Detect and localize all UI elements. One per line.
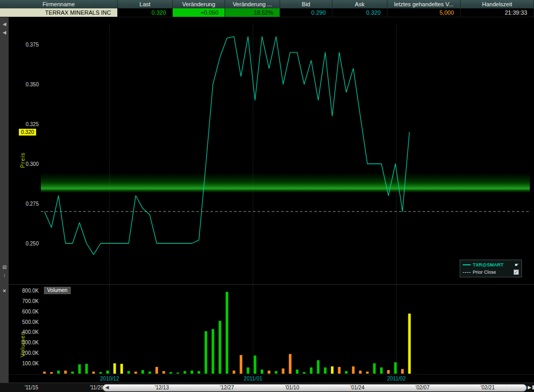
last-trade-size-cell: 5,000: [387, 8, 461, 17]
price-axis-tick-label: 0.250: [26, 241, 39, 247]
legend-prior-close-row[interactable]: Prior Close ✓: [463, 268, 519, 276]
price-axis-tick-label: 0.375: [26, 42, 39, 48]
volume-bar: [205, 331, 207, 374]
quote-header-row: Firmenname Last Veränderung Veränderung …: [0, 0, 534, 8]
prior-close-checkbox[interactable]: ✓: [514, 270, 519, 275]
volume-bar: [345, 371, 348, 374]
volume-bar: [289, 354, 292, 374]
volume-axis-tick-label: 800.0K: [22, 288, 39, 294]
volume-bar: [197, 371, 200, 374]
volume-bar: [176, 373, 179, 374]
volume-bar: [247, 367, 249, 374]
column-header-change-pct[interactable]: Veränderung ...: [225, 0, 280, 8]
close-pane-icon[interactable]: ✕: [1, 288, 8, 294]
volume-bar: [275, 371, 277, 374]
volume-bar: [324, 367, 327, 374]
volume-bar: [149, 372, 151, 374]
x-axis-month-label: 2011/02: [384, 376, 409, 382]
price-axis-tick-label: 0.275: [26, 201, 39, 207]
column-header-last[interactable]: Last: [118, 0, 173, 8]
volume-bar: [338, 367, 341, 374]
price-highlight-band: [41, 173, 530, 192]
collapse-panel-icon[interactable]: ◀: [1, 21, 8, 27]
volume-bar: [120, 364, 123, 374]
column-header-last-size[interactable]: letztes gehandeltes V...: [387, 0, 461, 8]
price-axis-tick-label: 0.300: [26, 161, 39, 167]
volume-bar: [331, 366, 333, 374]
trading-workstation: Firmenname Last Veränderung Veränderung …: [0, 0, 534, 392]
company-name-cell[interactable]: TERRAX MINERALS INC: [0, 8, 118, 17]
volume-bar: [261, 369, 263, 374]
x-axis-date-label: '11/29: [87, 385, 107, 390]
price-axis-tick-label: 0.325: [26, 121, 39, 127]
volume-bar: [254, 355, 257, 374]
volume-bar: [64, 371, 67, 374]
volume-bar: [296, 369, 298, 374]
legend-series-row[interactable]: TXR@SMART ☛: [463, 261, 519, 268]
last-price-axis-tag: 0.320: [19, 129, 36, 136]
scroll-right-icon[interactable]: ▶: [528, 385, 531, 390]
volume-bar: [50, 372, 53, 374]
chart-legend: TXR@SMART ☛ Prior Close ✓: [460, 260, 522, 277]
column-header-firmenname[interactable]: Firmenname: [0, 0, 118, 8]
volume-bar: [359, 371, 362, 374]
volume-bar: [155, 367, 158, 374]
x-axis-date-label: '01/24: [348, 385, 368, 390]
volume-panel-label: Volumen: [44, 287, 71, 294]
volume-bar: [127, 371, 130, 374]
column-header-trade-time[interactable]: Handelszeit: [461, 0, 534, 8]
pane-list-icon[interactable]: ▤: [1, 264, 8, 270]
volume-bar: [240, 355, 242, 374]
volume-axis-tick-label: 500.0K: [22, 319, 39, 325]
quote-row[interactable]: TERRAX MINERALS INC 0.320 +0.050 18.52% …: [0, 8, 534, 17]
volume-bar: [219, 321, 221, 374]
change-pct-cell: 18.52%: [225, 8, 280, 17]
prior-close-line-sample-icon: [463, 272, 471, 273]
x-axis-month-label: 2010/12: [97, 376, 122, 382]
chart-plot[interactable]: 0.3750.3500.3250.3000.2750.250800.0K700.…: [9, 17, 534, 374]
hand-cursor-icon: ☛: [515, 262, 519, 267]
x-axis-date-label: '12/27: [217, 385, 237, 390]
chart-left-rail: ◀ ◀ ▤ ↕ ✕: [0, 17, 9, 383]
volume-bar: [408, 313, 411, 374]
column-header-bid[interactable]: Bid: [280, 0, 332, 8]
collapse-panel-icon-2[interactable]: ◀: [1, 30, 8, 35]
volume-bar: [352, 366, 354, 374]
volume-bar: [85, 364, 88, 374]
volume-bar: [184, 371, 186, 374]
volume-axis-tick-label: 600.0K: [22, 309, 39, 315]
volume-axis-title: Volumen: [19, 331, 26, 357]
volume-axis-tick-label: 100.0K: [22, 361, 39, 366]
change-cell: +0.050: [173, 8, 225, 17]
x-axis-date-label: '01/10: [282, 385, 302, 390]
price-axis-title: Preis: [19, 152, 26, 168]
price-axis-tick-label: 0.350: [26, 82, 39, 87]
column-header-ask[interactable]: Ask: [332, 0, 387, 8]
volume-bar: [141, 370, 144, 374]
volume-bar: [162, 371, 165, 374]
volume-axis-tick-label: 700.0K: [22, 298, 39, 304]
time-scrollbar: ◀ ▶ ▮ '11/15'11/29'12/13'12/27'01/10'01/…: [0, 383, 534, 392]
volume-bar: [394, 362, 397, 374]
volume-bar: [57, 371, 60, 374]
volume-bar: [71, 372, 74, 374]
volume-bar: [226, 292, 228, 374]
ask-cell: 0.320: [332, 8, 387, 17]
column-header-change[interactable]: Veränderung: [173, 0, 225, 8]
price-line: [44, 37, 409, 255]
volume-bar: [212, 329, 214, 374]
pane-resize-icon[interactable]: ↕: [1, 273, 8, 278]
scrollbar-edge-icon: ▮: [532, 384, 534, 390]
scroll-left-icon[interactable]: ◀: [105, 385, 109, 390]
volume-bar: [310, 367, 313, 374]
legend-prior-close-label: Prior Close: [473, 270, 511, 275]
volume-bar: [387, 370, 390, 374]
volume-bar: [317, 360, 319, 374]
trade-time-cell: 21:39:33: [461, 8, 534, 17]
volume-bar: [401, 369, 404, 374]
x-axis-date-label: '11/15: [21, 385, 41, 390]
x-axis-month-row: 2010/122011/012011/02: [9, 374, 534, 383]
last-price-cell: 0.320: [118, 8, 173, 17]
volume-bar: [232, 371, 235, 374]
volume-bar: [106, 371, 109, 374]
